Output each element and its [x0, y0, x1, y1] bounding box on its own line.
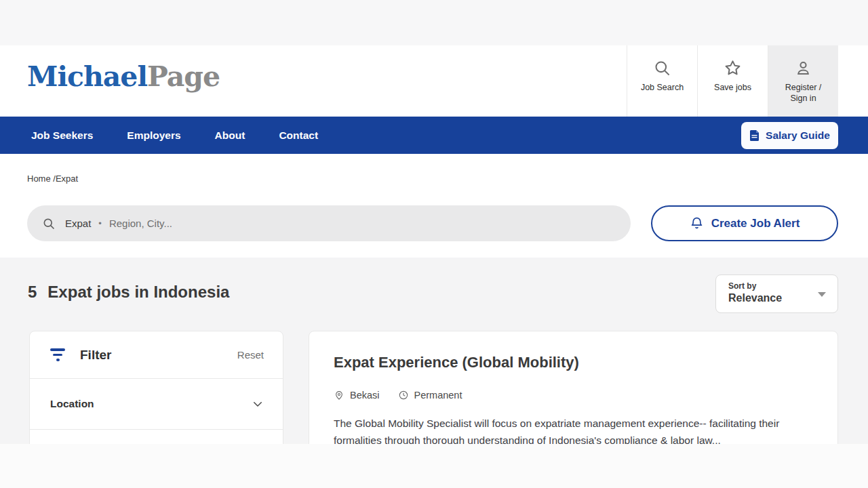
nav-item-employers[interactable]: Employers — [127, 129, 180, 142]
search-input[interactable]: Expat • Region, City... — [27, 205, 631, 241]
site-header: MichaelPage Job Search Save jobs Registe… — [0, 45, 868, 117]
job-search-button[interactable]: Job Search — [627, 45, 697, 117]
bell-icon — [690, 216, 704, 230]
job-title[interactable]: Expat Experience (Global Mobility) — [334, 354, 813, 371]
person-icon — [794, 59, 812, 77]
page-canvas: MichaelPage Job Search Save jobs Registe… — [0, 0, 868, 488]
results-heading: 5 Expat jobs in Indonesia — [28, 283, 229, 302]
search-separator: • — [98, 218, 102, 228]
job-search-label: Job Search — [638, 83, 687, 94]
create-job-alert-label: Create Job Alert — [711, 217, 800, 230]
brand-logo[interactable]: MichaelPage — [27, 60, 220, 94]
clock-icon — [398, 390, 409, 401]
search-icon — [42, 217, 56, 230]
header-actions: Job Search Save jobs Register / Sign in — [627, 45, 838, 117]
filter-section-location[interactable]: Location — [30, 379, 283, 430]
results-count: 5 — [28, 283, 37, 302]
filter-section-label: Location — [50, 398, 252, 410]
register-signin-button[interactable]: Register / Sign in — [768, 45, 838, 117]
results-title: Expat jobs in Indonesia — [47, 283, 229, 302]
brand-logo-second: Page — [147, 60, 220, 93]
breadcrumb[interactable]: Home /Expat — [27, 174, 78, 184]
filter-header: Filter Reset — [30, 331, 283, 379]
chevron-down-icon — [252, 398, 264, 410]
save-jobs-button[interactable]: Save jobs — [697, 45, 768, 117]
filter-icon — [50, 348, 65, 361]
star-icon — [724, 59, 742, 77]
nav-links: Job Seekers Employers About Contact — [0, 129, 318, 142]
job-meta: Bekasi Permanent — [334, 390, 813, 401]
salary-guide-label: Salary Guide — [766, 129, 830, 142]
search-location-placeholder: Region, City... — [109, 218, 172, 229]
letterbox-top — [0, 0, 868, 45]
nav-item-contact[interactable]: Contact — [279, 129, 318, 142]
save-jobs-label: Save jobs — [709, 83, 757, 94]
filter-title: Filter — [80, 348, 237, 363]
location-pin-icon — [334, 390, 344, 401]
create-job-alert-button[interactable]: Create Job Alert — [651, 205, 838, 241]
job-location-label: Bekasi — [350, 390, 380, 401]
register-signin-label: Register / Sign in — [779, 83, 828, 104]
job-location: Bekasi — [334, 390, 380, 401]
caret-down-icon — [818, 292, 826, 297]
letterbox-bottom — [0, 444, 868, 488]
sort-by-label: Sort by — [728, 281, 837, 291]
search-icon — [653, 59, 671, 77]
nav-item-job-seekers[interactable]: Job Seekers — [31, 129, 93, 142]
filter-reset-button[interactable]: Reset — [237, 349, 264, 361]
sort-dropdown[interactable]: Sort by Relevance — [715, 274, 838, 313]
nav-item-about[interactable]: About — [215, 129, 245, 142]
document-icon — [749, 129, 760, 142]
main-navbar: Job Seekers Employers About Contact Sala… — [0, 117, 868, 154]
salary-guide-button[interactable]: Salary Guide — [741, 122, 838, 149]
job-type-label: Permanent — [414, 390, 462, 401]
job-type: Permanent — [398, 390, 462, 401]
search-keyword: Expat — [65, 218, 91, 229]
brand-logo-first: Michael — [27, 60, 147, 93]
